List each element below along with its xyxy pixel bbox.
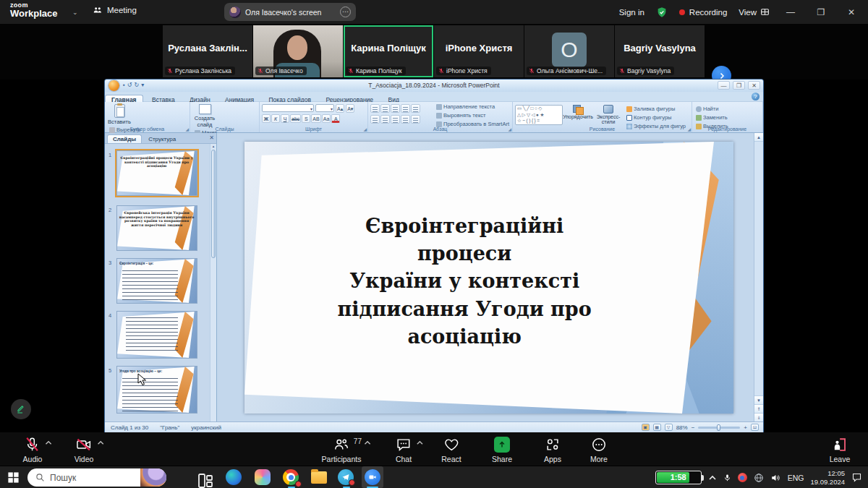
editor-scrollbar[interactable]: ▲ ▼ ⇑ ⇓ (754, 133, 763, 421)
panel-scrollbar[interactable]: ▴ (210, 144, 216, 421)
hidden-icons-chevron-icon[interactable] (708, 474, 717, 481)
slide-thumbnail-5[interactable]: 5 Угода про асоціацію – це: (116, 366, 197, 414)
font-name-select[interactable]: ▾ (262, 104, 314, 112)
text-direction-button[interactable]: Направление текста (436, 103, 509, 110)
character-spacing-button[interactable]: АВ (311, 114, 320, 123)
bullets-icon[interactable] (370, 104, 380, 113)
taskbar-zoom-app[interactable] (362, 466, 383, 488)
tray-volume-icon[interactable] (770, 473, 781, 483)
panel-close-icon[interactable]: ✕ (209, 134, 214, 141)
arrange-button[interactable]: Упорядочить (563, 103, 593, 119)
chevron-up-icon[interactable] (97, 440, 105, 446)
tray-mic-icon[interactable] (723, 473, 731, 483)
tray-recording-icon[interactable] (738, 473, 747, 482)
change-case-button[interactable]: Аа (322, 114, 331, 123)
slide-thumbnail-4[interactable]: 4 (116, 311, 197, 359)
view-button[interactable]: View (739, 7, 770, 17)
bold-button[interactable]: Ж (262, 114, 271, 123)
dialog-launcher-icon[interactable]: ◢ (363, 127, 367, 132)
slide-thumbnail-2[interactable]: 2 Європейська інтеграція України насампе… (116, 205, 197, 251)
fit-to-window-button[interactable]: ⊡ (751, 424, 759, 431)
panel-scroll-thumb[interactable] (211, 150, 216, 258)
chat-button[interactable]: Chat (396, 436, 412, 463)
quick-styles-button[interactable]: Экспресс-стили (593, 103, 624, 124)
language-indicator[interactable]: украинский (191, 424, 221, 431)
annotate-button[interactable] (11, 399, 31, 419)
maximize-button[interactable]: ❐ (812, 7, 830, 17)
align-text-button[interactable]: Выровнять текст (436, 112, 509, 119)
language-switcher[interactable]: ENG (788, 474, 804, 482)
close-button[interactable]: ✕ (842, 7, 861, 17)
slideshow-button[interactable]: ▽ (665, 424, 673, 431)
normal-view-button[interactable]: ▣ (642, 424, 650, 431)
taskbar-explorer-icon[interactable] (311, 469, 328, 487)
strikethrough-button[interactable]: abc (290, 114, 301, 123)
panel-tab-outline[interactable]: Структура (143, 135, 181, 143)
align-center-icon[interactable] (380, 115, 390, 124)
more-button[interactable]: More (590, 436, 608, 463)
shrink-font-button[interactable]: A▾ (346, 104, 354, 113)
dialog-launcher-icon[interactable]: ◢ (687, 127, 691, 132)
indent-decrease-icon[interactable] (391, 104, 400, 113)
task-view-icon[interactable] (197, 472, 214, 488)
taskbar-edge-icon[interactable] (226, 469, 243, 487)
shape-fill-button[interactable]: Заливка фигуры (626, 106, 686, 112)
font-color-button[interactable]: А (331, 114, 340, 123)
italic-button[interactable]: К (271, 114, 280, 123)
participants-button[interactable]: 77 Participants (322, 436, 362, 463)
paste-button[interactable]: Вставить (107, 103, 132, 125)
ppt-maximize-button[interactable]: ❐ (733, 81, 745, 90)
new-slide-button[interactable]: Создать слайд (192, 103, 217, 128)
previous-slide-icon[interactable]: ⇑ (754, 404, 763, 413)
dialog-launcher-icon[interactable]: ◢ (185, 127, 189, 132)
chevron-up-icon[interactable] (45, 440, 53, 446)
text-shadow-button[interactable]: S (302, 114, 310, 123)
scroll-up-icon[interactable]: ▲ (754, 133, 763, 142)
video-button[interactable]: Video (75, 436, 94, 463)
align-right-icon[interactable] (391, 115, 400, 124)
find-button[interactable]: Найти (696, 106, 759, 112)
taskbar-telegram-app[interactable] (336, 466, 357, 488)
clock[interactable]: 12:05 19.09.2024 (810, 469, 845, 487)
participant-tile[interactable]: Bagriy Vasylyna Bagriy Vasylyna (615, 25, 705, 77)
taskbar-chrome-app[interactable] (281, 466, 302, 488)
minimize-button[interactable]: — (781, 7, 800, 17)
slide-thumbnail-3[interactable]: 3 Євроінтеграція – це: (116, 258, 197, 304)
indent-increase-icon[interactable] (401, 104, 410, 113)
help-icon[interactable]: ? (752, 93, 760, 100)
align-left-icon[interactable] (370, 115, 380, 124)
ppt-minimize-button[interactable]: — (718, 81, 730, 90)
participant-tile-active-speaker[interactable]: Карина Поліщук Карина Поліщук (344, 25, 433, 77)
chevron-up-icon[interactable] (364, 440, 372, 446)
search-input[interactable]: Пошук (27, 468, 166, 487)
replace-button[interactable]: Заменить (696, 114, 759, 121)
react-button[interactable]: React (441, 436, 461, 463)
start-button[interactable] (7, 471, 20, 484)
shape-outline-button[interactable]: Контур фигуры (626, 114, 686, 121)
dialog-launcher-icon[interactable]: ◢ (508, 127, 511, 132)
justify-icon[interactable] (401, 115, 410, 124)
slide-thumbnail-1[interactable]: 1 Євроінтеграційні процеси України у кон… (116, 150, 197, 196)
taskbar-copilot-icon[interactable] (255, 469, 272, 487)
zoom-in-icon[interactable]: + (744, 424, 747, 431)
timer-widget[interactable]: 1:58 (655, 471, 702, 484)
shared-screen-pill[interactable]: Оля Івасечко's screen ⋯ (224, 3, 356, 21)
powerpoint-title-bar[interactable]: ▪ ↺ ↻ ▾ T_Asociacja_18.09.2024 - Microso… (105, 80, 763, 92)
shapes-gallery[interactable]: ▭╲╱□○◇ △▷▽◁●★ ☆~(){}= (515, 105, 563, 125)
zoom-slider[interactable] (698, 427, 740, 429)
numbering-icon[interactable] (380, 104, 390, 113)
participant-tile[interactable]: Руслана Заклін... Руслана Заклінська (163, 25, 252, 77)
participant-tile[interactable]: iPhone Христя iPhone Христя (434, 25, 524, 77)
chevron-up-icon[interactable] (416, 440, 424, 446)
tab-meeting[interactable]: Meeting (93, 5, 137, 15)
share-options-icon[interactable]: ⋯ (340, 7, 351, 17)
notifications-icon[interactable] (851, 472, 862, 483)
apps-button[interactable]: Apps (544, 436, 561, 463)
underline-button[interactable]: Ч (281, 114, 289, 123)
slide-sorter-button[interactable]: ▦ (653, 424, 661, 431)
sign-in-button[interactable]: Sign in (619, 8, 644, 17)
current-slide[interactable]: Євроінтеграційні процеси України у конте… (244, 142, 733, 414)
leave-button[interactable]: Leave (830, 436, 851, 463)
tray-network-globe-icon[interactable] (754, 473, 764, 483)
chevron-down-icon[interactable]: ⌄ (72, 9, 78, 16)
